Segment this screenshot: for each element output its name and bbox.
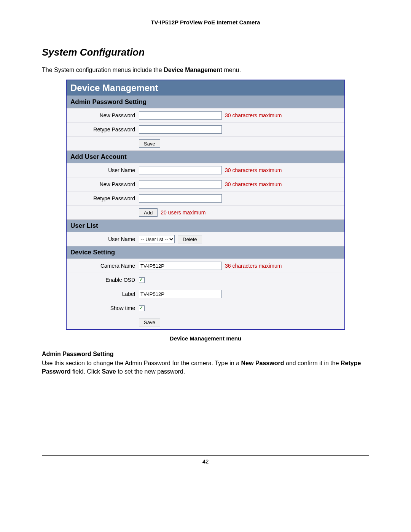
device-setting-header: Device Setting xyxy=(67,246,344,259)
row-add-user: Add 20 users maximum xyxy=(67,205,344,219)
hint-add-user: 20 users maximum xyxy=(161,209,206,216)
label-camera-name: Camera Name xyxy=(67,263,139,269)
hint-camera-name: 36 characters maximum xyxy=(225,263,282,269)
row-user-list: User Name -- User list -- Delete xyxy=(67,232,344,246)
explain-heading: Admin Password Setting xyxy=(42,351,369,358)
explain-t2: and confirm it in the xyxy=(284,360,341,366)
row-device-save: Save xyxy=(67,315,344,329)
save-device-setting-button[interactable]: Save xyxy=(139,318,160,326)
row-admin-save: Save xyxy=(67,136,344,150)
explain-b3: Save xyxy=(102,368,116,375)
delete-user-button[interactable]: Delete xyxy=(178,235,202,243)
select-user-list[interactable]: -- User list -- xyxy=(139,235,175,243)
label-show-time: Show time xyxy=(67,305,139,311)
page-number: 42 xyxy=(42,455,369,465)
save-admin-password-button[interactable]: Save xyxy=(139,139,160,148)
checkbox-enable-osd[interactable] xyxy=(139,277,145,283)
explain-t4: to set the new password. xyxy=(116,368,185,375)
row-camera-name: Camera Name 36 characters maximum xyxy=(67,259,344,273)
row-user-retype-password: Retype Password xyxy=(67,191,344,205)
user-list-header: User List xyxy=(67,219,344,232)
figure-caption: Device Management menu xyxy=(42,335,369,342)
input-user-name[interactable] xyxy=(139,166,222,174)
hint-user-name: 30 characters maximum xyxy=(225,167,282,173)
row-label: Label xyxy=(67,287,344,301)
device-management-panel: Device Management Admin Password Setting… xyxy=(66,80,345,330)
intro-paragraph: The System configuration menus include t… xyxy=(42,67,369,73)
admin-password-header: Admin Password Setting xyxy=(67,96,344,108)
label-enable-osd: Enable OSD xyxy=(67,277,139,283)
label-retype-password: Retype Password xyxy=(67,126,139,133)
document-header: TV-IP512P ProView PoE Internet Camera xyxy=(42,19,369,28)
explain-t3: field. Click xyxy=(71,368,102,375)
label-new-password: New Password xyxy=(67,112,139,118)
panel-title: Device Management xyxy=(67,80,344,96)
explain-b1: New Password xyxy=(241,360,284,366)
hint-user-new-password: 30 characters maximum xyxy=(225,181,282,187)
hint-admin-new-password: 30 characters maximum xyxy=(225,112,282,118)
intro-text: The System configuration menus include t… xyxy=(42,67,164,73)
label-user-retype-password: Retype Password xyxy=(67,195,139,201)
checkbox-show-time[interactable] xyxy=(139,305,145,311)
input-camera-name[interactable] xyxy=(139,262,222,270)
input-admin-new-password[interactable] xyxy=(139,111,222,120)
label-user-list-username: User Name xyxy=(67,236,139,242)
row-user-name: User Name 30 characters maximum xyxy=(67,163,344,177)
add-user-header: Add User Account xyxy=(67,150,344,163)
label-user-name: User Name xyxy=(67,167,139,173)
row-enable-osd: Enable OSD xyxy=(67,273,344,287)
input-label[interactable] xyxy=(139,290,222,298)
label-user-new-password: New Password xyxy=(67,181,139,187)
explain-t1: Use this section to change the Admin Pas… xyxy=(42,360,241,366)
label-label: Label xyxy=(67,291,139,297)
intro-bold: Device Management xyxy=(164,67,222,73)
row-admin-retype-password: Retype Password xyxy=(67,122,344,136)
intro-text-post: menu. xyxy=(222,67,241,73)
row-user-new-password: New Password 30 characters maximum xyxy=(67,177,344,191)
section-title: System Configuration xyxy=(42,46,369,58)
explain-paragraph: Use this section to change the Admin Pas… xyxy=(42,359,369,375)
input-user-retype-password[interactable] xyxy=(139,194,222,203)
input-user-new-password[interactable] xyxy=(139,180,222,189)
row-show-time: Show time xyxy=(67,301,344,315)
input-admin-retype-password[interactable] xyxy=(139,125,222,134)
row-admin-new-password: New Password 30 characters maximum xyxy=(67,108,344,122)
add-user-button[interactable]: Add xyxy=(139,208,158,217)
